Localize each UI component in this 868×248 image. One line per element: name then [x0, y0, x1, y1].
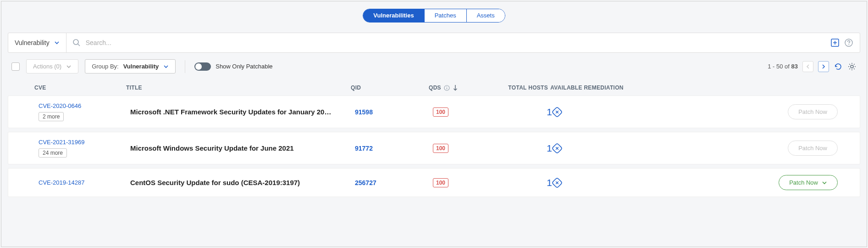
- page-prev-button[interactable]: [802, 61, 813, 72]
- patch-now-button: Patch Now: [788, 141, 838, 156]
- patch-now-button: Patch Now: [788, 104, 838, 119]
- gear-icon: [847, 62, 857, 71]
- chevron-down-icon: [54, 40, 60, 45]
- search-icon: [72, 38, 81, 47]
- col-title[interactable]: TITLE: [126, 85, 351, 91]
- patch-icon: [552, 107, 562, 117]
- cve-link[interactable]: CVE-2020-0646: [39, 102, 130, 109]
- vuln-title: Microsoft Windows Security Update for Ju…: [130, 144, 355, 152]
- col-hosts[interactable]: TOTAL HOSTS: [498, 85, 548, 91]
- vuln-title: CentOS Security Update for sudo (CESA-20…: [130, 179, 355, 186]
- cve-more-badge[interactable]: 2 more: [39, 112, 64, 121]
- qds-badge: 100: [433, 107, 448, 117]
- cve-more-badge[interactable]: 24 more: [39, 148, 67, 158]
- actions-dropdown[interactable]: Actions (0): [26, 59, 78, 73]
- hosts-count[interactable]: 1: [502, 177, 552, 188]
- info-circle-icon: [444, 85, 450, 91]
- col-cve[interactable]: CVE: [34, 85, 126, 91]
- hosts-count[interactable]: 1: [502, 143, 552, 154]
- svg-point-6: [848, 44, 849, 45]
- refresh-icon: [834, 62, 843, 71]
- select-all-checkbox[interactable]: [11, 62, 20, 71]
- remediation-icon-cell[interactable]: [552, 107, 630, 117]
- groupby-value: Vulnerability: [123, 63, 159, 70]
- table-header: CVE TITLE QID QDS TOTAL HOSTS AVAILABLE …: [1, 78, 867, 96]
- qid-link[interactable]: 91598: [355, 108, 373, 116]
- settings-button[interactable]: [847, 62, 857, 71]
- chevron-down-icon: [163, 64, 169, 69]
- tab-vulnerabilities[interactable]: Vulnerabilities: [363, 9, 424, 22]
- hosts-count[interactable]: 1: [502, 107, 552, 118]
- chevron-down-icon: [822, 180, 827, 186]
- vuln-title: Microsoft .NET Framework Security Update…: [130, 108, 355, 116]
- col-qds[interactable]: QDS: [429, 85, 498, 91]
- col-qid[interactable]: QID: [351, 85, 429, 91]
- svg-point-10: [447, 86, 448, 87]
- table-row: CVE-2019-14287 CentOS Security Update fo…: [8, 168, 860, 197]
- add-button[interactable]: [830, 38, 840, 47]
- patch-icon: [552, 143, 562, 153]
- chevron-left-icon: [806, 64, 810, 69]
- divider: [185, 60, 185, 73]
- actions-label: Actions (0): [33, 63, 61, 70]
- svg-line-1: [78, 44, 80, 46]
- cve-link[interactable]: CVE-2021-31969: [39, 139, 130, 146]
- chevron-down-icon: [66, 64, 72, 69]
- help-button[interactable]: [844, 38, 853, 47]
- qds-badge: 100: [433, 178, 448, 187]
- table-row: CVE-2021-31969 24 more Microsoft Windows…: [8, 132, 860, 164]
- help-circle-icon: [844, 38, 853, 47]
- remediation-icon-cell[interactable]: [552, 178, 630, 188]
- groupby-prefix: Group By:: [92, 63, 119, 70]
- chevron-right-icon: [821, 64, 826, 69]
- cve-link[interactable]: CVE-2019-14287: [39, 179, 130, 186]
- remediation-icon-cell[interactable]: [552, 143, 630, 153]
- patch-icon: [552, 178, 562, 188]
- qid-link[interactable]: 256727: [355, 179, 376, 186]
- patch-now-button[interactable]: Patch Now: [779, 175, 838, 190]
- col-remediation[interactable]: AVAILABLE REMEDIATION: [548, 85, 626, 91]
- paging-text: 1 - 50 of 83: [768, 63, 798, 70]
- tab-assets[interactable]: Assets: [467, 9, 505, 22]
- show-only-patchable-toggle[interactable]: [194, 62, 211, 71]
- view-tabs: Vulnerabilities Patches Assets: [1, 1, 867, 33]
- toggle-label: Show Only Patchable: [216, 63, 272, 70]
- search-input[interactable]: [86, 39, 818, 46]
- qid-link[interactable]: 91772: [355, 145, 373, 152]
- svg-point-7: [851, 65, 853, 68]
- groupby-dropdown[interactable]: Group By: Vulnerability: [85, 59, 176, 73]
- page-next-button[interactable]: [818, 61, 829, 72]
- tab-patches[interactable]: Patches: [425, 9, 467, 22]
- filter-type-label: Vulnerability: [15, 39, 50, 46]
- qds-badge: 100: [433, 144, 448, 153]
- plus-square-icon: [830, 38, 840, 47]
- refresh-button[interactable]: [834, 62, 843, 71]
- svg-point-0: [73, 39, 78, 45]
- sort-down-icon: [453, 85, 458, 91]
- filter-type-dropdown[interactable]: Vulnerability: [8, 33, 66, 52]
- search-bar: Vulnerability: [8, 33, 860, 53]
- table-row: CVE-2020-0646 2 more Microsoft .NET Fram…: [8, 96, 860, 128]
- toolbar: Actions (0) Group By: Vulnerability Show…: [1, 53, 867, 78]
